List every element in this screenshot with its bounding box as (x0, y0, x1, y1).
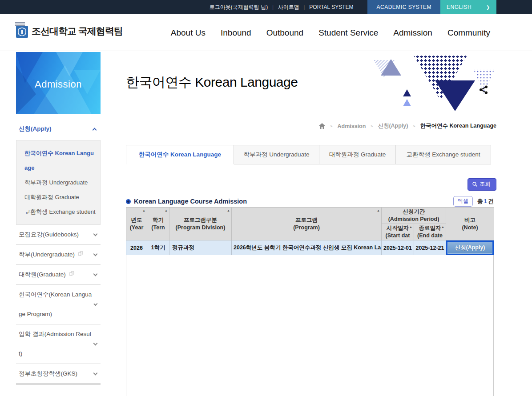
home-icon[interactable] (319, 123, 325, 129)
logo-text: 조선대학교 국제협력팀 (32, 25, 123, 38)
col-start-date[interactable]: 시작일자 (Start dat▲ (382, 224, 414, 240)
submenu-korean-language[interactable]: 한국어연수 Korean Language (24, 146, 96, 175)
nav-outbound[interactable]: Outbound (266, 28, 303, 38)
admission-table: 년도 (Year▲ 학기 (Tern▲ 프로그램구분 (Program Divi… (126, 207, 494, 256)
sidebar-banner: Admission (16, 52, 101, 114)
tab-undergraduate[interactable]: 학부과정 Undergraduate (234, 145, 319, 164)
col-end-date[interactable]: 종료일자 (End date▲ (414, 224, 446, 240)
chevron-down-icon (93, 232, 98, 236)
submenu-undergraduate[interactable]: 학부과정 Undergraduate (24, 175, 96, 190)
chevron-right-icon: ❯ (486, 5, 490, 10)
col-year[interactable]: 년도 (Year▲ (126, 208, 147, 240)
cell-division: 정규과정 (169, 240, 232, 256)
total-count: 총1건 (477, 197, 494, 205)
chevron-down-icon (93, 252, 98, 256)
table-row: 2026 1학기 정규과정 2026학년도 봄학기 한국어연수과정 신입생 모집… (126, 240, 494, 256)
breadcrumb-apply[interactable]: 신청(Apply) (378, 122, 408, 130)
search-row: 조회 (468, 178, 496, 191)
sidebar-group-apply[interactable]: 신청(Apply) (16, 114, 101, 140)
portal-system-link[interactable]: PORTAL SYSTEM (305, 4, 358, 10)
main-content: 한국어연수 Korean Language (126, 51, 496, 396)
cell-start-date: 2025-12-01 (382, 240, 414, 256)
list-header: Korean Language Course Admission 엑셀 총1건 (126, 196, 494, 207)
page-head: 한국어연수 Korean Language (126, 51, 496, 114)
sidebar-item-graduate[interactable]: 대학원(Graduate) (16, 265, 101, 285)
table-empty-area (126, 255, 494, 396)
count-value: 1 (483, 198, 488, 204)
tab-korean-language[interactable]: 한국어연수 Korean Language (126, 145, 234, 164)
cell-note: 신청(Apply) (446, 240, 494, 256)
bullet-icon (126, 199, 131, 204)
logout-link[interactable]: 로그아웃(국제협력팀 님) (205, 4, 272, 11)
nav-community[interactable]: Community (447, 28, 490, 38)
col-program[interactable]: 프로그램 (Program)▲ (232, 208, 382, 240)
chevron-down-icon (93, 272, 98, 276)
sidebar-item-admission-result[interactable]: 입학 결과(Admission Result) (16, 324, 101, 364)
sort-asc-icon: ▲ (142, 208, 145, 212)
sort-asc-icon: ▲ (165, 208, 168, 212)
sort-asc-icon: ▲ (377, 208, 380, 212)
col-admission-period: 신청기간 (Admission Period) (382, 208, 446, 224)
global-nav: About Us Inbound Outbound Student Servic… (171, 14, 490, 51)
english-language-button[interactable]: ENGLISH ❯ (440, 0, 496, 14)
academic-system-button[interactable]: ACADEMIC SYSTEM (367, 0, 440, 14)
sidebar-item-korean-language-program[interactable]: 한국어연수(Korean Language Program) (16, 285, 101, 324)
breadcrumb-current: 한국어연수 Korean Language (420, 122, 496, 130)
sidebar-submenu: 한국어연수 Korean Language 학부과정 Undergraduate… (16, 140, 101, 225)
col-program-division[interactable]: 프로그램구분 (Program Division)▲ (169, 208, 232, 240)
english-label: ENGLISH (447, 4, 472, 10)
apply-button[interactable]: 신청(Apply) (446, 240, 494, 255)
sidebar-item-gks[interactable]: 정부초청장학생(GKS) (16, 364, 101, 384)
col-term[interactable]: 학기 (Tern▲ (147, 208, 169, 240)
nav-student-service[interactable]: Student Service (318, 28, 378, 38)
sidebar-group-label: 신청(Apply) (19, 125, 52, 133)
page: 로그아웃(국제협력팀 님) | 사이트맵 | PORTAL SYSTEM ACA… (0, 0, 532, 396)
breadcrumb: ＞ Admission ＞ 신청(Apply) ＞ 한국어연수 Korean L… (319, 122, 496, 130)
tab-bar: 한국어연수 Korean Language 학부과정 Undergraduate… (126, 145, 496, 164)
sort-asc-icon: ▲ (227, 208, 230, 212)
breadcrumb-admission[interactable]: Admission (337, 123, 366, 129)
sidebar: Admission 신청(Apply) 한국어연수 Korean Languag… (16, 52, 101, 384)
chevron-down-icon (93, 341, 98, 346)
site-logo[interactable]: 조선대학교 국제협력팀 (16, 25, 123, 38)
university-emblem-icon (16, 26, 28, 38)
cell-end-date: 2025-12-21 (414, 240, 446, 256)
decorative-triangles (367, 55, 496, 115)
nav-inbound[interactable]: Inbound (221, 28, 251, 38)
external-link-icon (69, 271, 74, 276)
sitemap-link[interactable]: 사이트맵 (274, 4, 304, 11)
sidebar-item-undergraduate[interactable]: 학부(Undergraduate) (16, 245, 101, 265)
cell-term: 1학기 (147, 240, 169, 256)
chevron-up-icon (93, 128, 97, 132)
search-icon (472, 182, 477, 187)
cell-program: 2026학년도 봄학기 한국어연수과정 신입생 모집 Korean Langua… (232, 240, 382, 256)
page-title: 한국어연수 Korean Language (126, 73, 298, 92)
chevron-down-icon (93, 371, 98, 376)
submenu-exchange-student[interactable]: 교환학생 Exchange student (24, 204, 96, 219)
chevron-down-icon (94, 302, 98, 306)
nav-admission[interactable]: Admission (393, 28, 432, 38)
share-icon[interactable] (479, 85, 488, 95)
excel-export-button[interactable]: 엑셀 (453, 196, 473, 207)
sort-asc-icon: ▲ (409, 225, 412, 229)
logo-micro-lines (15, 22, 25, 26)
cell-year: 2026 (126, 240, 147, 256)
external-link-icon (78, 251, 83, 256)
sort-asc-icon: ▲ (441, 225, 444, 229)
tab-exchange-student[interactable]: 교환학생 Exchange student (396, 145, 491, 164)
list-tools: 엑셀 총1건 (453, 196, 494, 207)
submenu-graduate[interactable]: 대학원과정 Graduate (24, 190, 96, 204)
nav-about-us[interactable]: About Us (171, 28, 206, 38)
tab-graduate[interactable]: 대학원과정 Graduate (319, 145, 396, 164)
section-title: Korean Language Course Admission (126, 198, 247, 205)
sidebar-item-guidebooks[interactable]: 모집요강(Guidebooks) (16, 225, 101, 245)
sidebar-menu: 모집요강(Guidebooks) 학부(Undergraduate) 대학원(G… (16, 225, 101, 384)
site-header: 조선대학교 국제협력팀 About Us Inbound Outbound St… (0, 14, 532, 51)
sidebar-banner-title: Admission (16, 79, 101, 90)
search-button[interactable]: 조회 (468, 178, 496, 191)
utility-bar: 로그아웃(국제협력팀 님) | 사이트맵 | PORTAL SYSTEM ACA… (0, 0, 532, 14)
col-note: 비고 (Note) (446, 208, 494, 240)
